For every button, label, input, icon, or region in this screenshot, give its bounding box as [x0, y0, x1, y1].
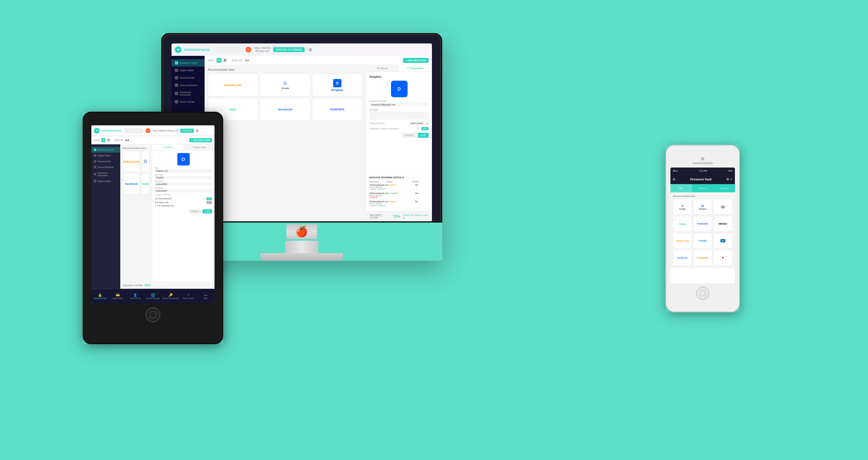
site-tile-amazon[interactable]: amazon.com [208, 74, 258, 96]
phone-tile-dropbox[interactable]: D Dropbox [693, 199, 712, 215]
sidebar-item-share-center[interactable]: Share Center [172, 98, 205, 105]
tab-settings[interactable]: ⚙ Settings [366, 65, 399, 72]
phone-tile-chase[interactable]: CHASE [693, 233, 712, 249]
tablet-bottom-more[interactable]: ••• More [197, 289, 215, 303]
tablet-panel-tabs: ⚙ Settings ↗ Secure Share [152, 144, 215, 151]
tablet-sidebar-secure-browser[interactable]: Secure Browser [91, 164, 120, 170]
phone-top-icons: ⚙ + [726, 177, 732, 181]
phone-tile-hbogo[interactable]: HBOGO [713, 216, 732, 232]
save-button[interactable]: SAVE [418, 133, 429, 138]
tablet-grid-view[interactable]: ⊞ [101, 138, 105, 142]
site-tile-facebook[interactable]: facebook [260, 98, 310, 121]
table-row: Address@gmail.com Sent 1 day ago CANCEL … [370, 200, 429, 207]
sidebar-item-secure-browser[interactable]: Secure Browser [172, 81, 205, 89]
tablet-logo-icon: ✦ [94, 128, 100, 134]
tablet-bottom-vault[interactable]: 🔒 Password Vault [91, 289, 109, 303]
phone-menu-icon[interactable]: ≡ [673, 177, 675, 182]
tablet-bottom-wallet[interactable]: 💳 Digital Wallet [109, 289, 127, 303]
stand-neck [285, 241, 318, 253]
message-field: Message [370, 108, 429, 120]
main-toolbar: VIEW ⊞ ☰ SORT BY A-Z + ADD NEW ITEM [205, 56, 432, 65]
sidebar-item-password-vault[interactable]: Password Vault [172, 59, 205, 67]
phone-tile-amazon[interactable]: amazon.com [673, 233, 692, 249]
sidebar-item-personal-info[interactable]: Personal Info [172, 74, 205, 81]
tablet-cancel-button[interactable]: CANCEL [188, 209, 201, 213]
notification-bell[interactable]: 1 [246, 47, 251, 53]
tablet-tile-amazon[interactable]: amazon.com [123, 151, 140, 172]
sidebar-item-password-generator[interactable]: Password Generator [172, 89, 205, 98]
ipad-home-button[interactable] [145, 307, 160, 322]
phone-rec-label: Recommended sites [673, 195, 732, 197]
phone-tile-google[interactable]: G Google [673, 199, 692, 215]
tablet-add-button[interactable]: + ADD NEW ITEM [189, 138, 212, 142]
tablet-tile-facebook[interactable]: facebook [123, 173, 140, 194]
list-view-icon[interactable]: ☰ [222, 58, 227, 63]
panel-content: Dropbox D Recipient Emails Andrew123@gma… [366, 72, 432, 173]
ipad-screen: ✦ PASSWORD BOSS 1 TRIAL PERIOD 28 Days L… [91, 125, 215, 303]
tablet-list-view[interactable]: ☰ [106, 138, 110, 142]
tablet-bottom-generator[interactable]: 🔑 Password Generator [162, 289, 179, 303]
desktop-topbar: ✦ PASSWORD BOSS 1 TRIAL PERIOD 28 Days L… [172, 43, 432, 56]
site-tile-dropbox[interactable]: D Dropbox [312, 74, 362, 96]
update-security-link[interactable]: Update Your Security Level ▶ [403, 214, 429, 219]
tablet-logo-text: PASSWORD BOSS [101, 129, 122, 132]
tablet-search[interactable] [123, 128, 144, 134]
tablet-grid: amazon.com G facebook hulu [123, 151, 149, 194]
tablet-content: Recommended sites: amazon.com G [120, 144, 215, 282]
tablet-sidebar-personal-info[interactable]: Personal Info [91, 158, 120, 164]
tablet-category-field: Category: Add New [155, 194, 212, 196]
add-new-item-button[interactable]: + ADD NEW ITEM [403, 58, 429, 63]
phone-tile-hulu[interactable]: hulu [673, 216, 692, 232]
cancel-button[interactable]: CANCEL [402, 133, 416, 138]
tablet-tab-settings[interactable]: ⚙ Settings [152, 144, 183, 150]
phone-tile-grooveshark[interactable]: Grooveshark [693, 250, 712, 266]
phone-tab-az[interactable]: A-Z [670, 184, 692, 192]
iphone-speaker [692, 162, 713, 164]
tablet-sidebar-share-center[interactable]: Share Center [91, 178, 120, 184]
tablet-tile-google[interactable]: G [141, 151, 149, 172]
sidebar-dot [175, 100, 178, 103]
tablet-upgrade-button[interactable]: UPGRADE [180, 129, 194, 133]
tablet-notif[interactable]: 1 [145, 128, 150, 133]
grid-view-icon[interactable]: ⊞ [217, 58, 222, 63]
tablet-topbar: ✦ PASSWORD BOSS 1 TRIAL PERIOD 28 Days L… [91, 125, 215, 136]
site-tile-pandora[interactable]: PANDORA [312, 98, 362, 121]
tablet-bottom-personal[interactable]: 👤 Personal Info [126, 289, 144, 303]
iphone-camera [701, 157, 704, 161]
site-tile-google[interactable]: G Google [260, 74, 310, 96]
phone-tile-facebook[interactable]: facebook [673, 250, 692, 266]
site-grid-area: Recommended sites: amazon.com G Google [205, 65, 366, 221]
phone-tab-category[interactable]: Category [692, 184, 713, 192]
right-panel: ⚙ Settings ↗ Secure Share Dropb [366, 65, 432, 221]
tablet-rec-label: Recommended sites: [123, 147, 149, 149]
upgrade-button[interactable]: UPGRADE TO PREMIUM [273, 47, 305, 52]
message-input[interactable] [370, 111, 429, 120]
tablet-bottom-browser[interactable]: 🌐 Secure Browser [144, 289, 162, 303]
phone-tile-pinterest[interactable]: P [713, 250, 732, 266]
phone-tab-favorites[interactable]: Favorites [713, 184, 735, 192]
settings-icon[interactable]: ⚙ [307, 47, 313, 53]
tablet-tab-secure-share[interactable]: ↗ Secure Share [184, 144, 215, 150]
recipient-field: Recipient Emails Andrew123@gmail.com [370, 100, 429, 107]
iphone-home-button[interactable] [696, 287, 709, 300]
phone-add-icon[interactable]: + [730, 177, 732, 181]
phone-tile-pandora[interactable]: PANDORA [693, 216, 712, 232]
tablet-bottom-share[interactable]: ↗ Share Center [179, 289, 197, 303]
sidebar-item-digital-wallet[interactable]: Digital Wallet [172, 67, 205, 74]
phone-tile-linkedin[interactable]: in [713, 233, 732, 249]
phone-gear-icon[interactable]: ⚙ [726, 177, 729, 181]
tablet-gear-icon[interactable]: ⚙ [196, 129, 199, 133]
tablet-save-button[interactable]: SAVE [203, 209, 212, 213]
search-bar[interactable] [214, 46, 243, 53]
tablet-tile-hulu[interactable]: hulu [141, 173, 149, 194]
tablet-sidebar-digital-wallet[interactable]: Digital Wallet [91, 153, 120, 158]
tablet-form-actions: CANCEL SAVE [155, 209, 212, 213]
tablet-sidebar-password-vault[interactable]: Password Vault [91, 147, 120, 153]
manage-title: MANAGE SHARING DETAILS [370, 176, 429, 179]
sidebar-dot [175, 61, 178, 65]
phone-tile-android[interactable]: 🤖 [713, 199, 732, 215]
tab-secure-share[interactable]: ↗ Secure Share [399, 65, 432, 72]
tablet-sidebar-password-generator[interactable]: Password Generator [91, 170, 120, 178]
ipad-outer: ✦ PASSWORD BOSS 1 TRIAL PERIOD 28 Days L… [83, 112, 223, 344]
toggle-yes[interactable]: YES [421, 127, 429, 130]
